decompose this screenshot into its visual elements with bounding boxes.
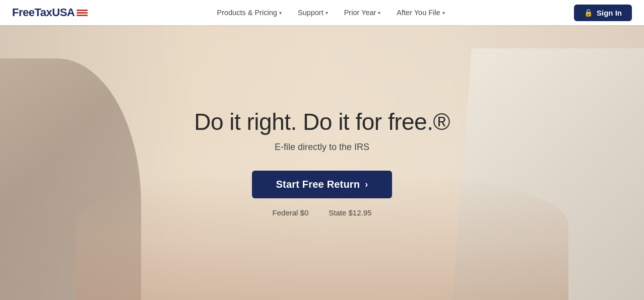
chevron-down-icon: ▾ xyxy=(378,10,380,16)
logo-text: FreeTaxUSA xyxy=(12,6,75,19)
arrow-icon: › xyxy=(365,179,368,190)
navbar: FreeTaxUSA Products & Pricing ▾ Support … xyxy=(0,0,644,25)
sign-in-button[interactable]: 🔒 Sign In xyxy=(574,5,632,21)
nav-item-prior-year[interactable]: Prior Year ▾ xyxy=(338,6,387,20)
logo-flag xyxy=(77,10,88,16)
lock-icon: 🔒 xyxy=(584,9,593,17)
state-price: State $12.95 xyxy=(329,208,371,217)
nav-item-after-you-file[interactable]: After You File ▾ xyxy=(391,6,450,20)
chevron-down-icon: ▾ xyxy=(442,10,445,16)
start-btn-label: Start Free Return xyxy=(276,179,360,190)
hero-section: Do it right. Do it for free.® E-file dir… xyxy=(0,25,644,300)
nav-label-prior-year: Prior Year xyxy=(344,9,376,17)
nav-label-after-you-file: After You File xyxy=(397,9,440,17)
hero-content: Do it right. Do it for free.® E-file dir… xyxy=(194,108,450,217)
hero-subtitle: E-file directly to the IRS xyxy=(275,142,369,153)
hero-pricing: Federal $0 State $12.95 xyxy=(273,208,372,217)
nav-label-products-pricing: Products & Pricing xyxy=(217,9,277,17)
start-free-return-button[interactable]: Start Free Return › xyxy=(252,171,393,198)
logo[interactable]: FreeTaxUSA xyxy=(12,6,88,19)
federal-price: Federal $0 xyxy=(273,208,309,217)
chevron-down-icon: ▾ xyxy=(326,10,328,16)
nav-label-support: Support xyxy=(298,9,324,17)
chevron-down-icon: ▾ xyxy=(279,10,282,16)
nav-links: Products & Pricing ▾ Support ▾ Prior Yea… xyxy=(88,6,574,20)
nav-item-products-pricing[interactable]: Products & Pricing ▾ xyxy=(211,6,288,20)
nav-item-support[interactable]: Support ▾ xyxy=(292,6,334,20)
sign-in-label: Sign In xyxy=(597,9,622,17)
hero-title: Do it right. Do it for free.® xyxy=(194,108,450,136)
